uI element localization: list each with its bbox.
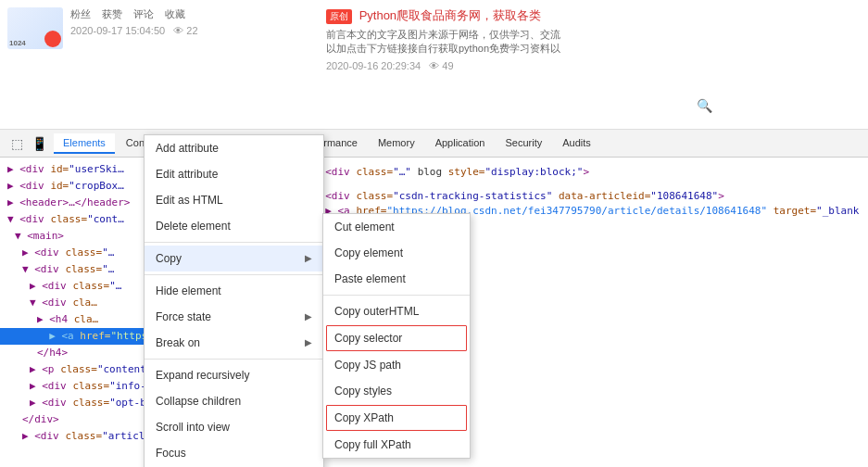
article-desc-1: 前言本文的文字及图片来源于网络，仅供学习、交流 bbox=[326, 28, 857, 42]
submenu-copy: Cut element Copy element Paste element C… bbox=[322, 213, 471, 459]
menu-item-force-state[interactable]: Force state ▶ bbox=[145, 304, 323, 330]
submenu-paste-element[interactable]: Paste element bbox=[323, 266, 470, 292]
submenu-copy-selector[interactable]: Copy selector bbox=[326, 325, 467, 351]
menu-item-delete-element[interactable]: Delete element bbox=[145, 213, 323, 239]
submenu-copy-js-path[interactable]: Copy JS path bbox=[323, 352, 470, 378]
code-line: ▶ <div class="…" blog style="display:blo… bbox=[313, 165, 861, 180]
website-right-panel: 原创 Python爬取食品商务网，获取各类 前言本文的文字及图片来源于网络，仅供… bbox=[315, 0, 868, 129]
article-date-1: 2020-09-17 15:04:50 👁 22 bbox=[70, 25, 198, 36]
context-menu: Add attribute Edit attribute Edit as HTM… bbox=[144, 134, 324, 467]
meta-fans: 粉丝 bbox=[70, 7, 91, 21]
submenu-arrow: ▶ bbox=[305, 334, 312, 351]
article-date-2: 2020-09-16 20:29:34 👁 49 bbox=[326, 60, 857, 71]
menu-item-edit-attribute[interactable]: Edit attribute bbox=[145, 161, 323, 187]
menu-item-edit-html[interactable]: Edit as HTML bbox=[145, 187, 323, 213]
submenu-copy-element[interactable]: Copy element bbox=[323, 240, 470, 266]
article-meta-tags: 粉丝 获赞 评论 收藏 bbox=[70, 7, 198, 21]
website-preview: 1024 粉丝 获赞 评论 收藏 2020-09-17 15:04:50 👁 2… bbox=[0, 0, 868, 130]
code-spacer bbox=[313, 180, 861, 189]
article-desc-2: 以加点击下方链接接自行获取python免费学习资料以 bbox=[326, 42, 857, 56]
submenu-arrow: ▶ bbox=[305, 250, 312, 267]
menu-divider bbox=[145, 359, 323, 360]
menu-item-focus[interactable]: Focus bbox=[145, 440, 323, 466]
menu-divider bbox=[323, 295, 470, 296]
submenu-copy-outerhtml[interactable]: Copy outerHTML bbox=[323, 298, 470, 324]
meta-collect: 收藏 bbox=[165, 7, 185, 21]
menu-divider bbox=[145, 242, 323, 243]
submenu-arrow: ▶ bbox=[305, 309, 312, 325]
tab-security[interactable]: Security bbox=[496, 133, 551, 154]
original-badge: 原创 bbox=[326, 9, 352, 24]
tab-application[interactable]: Application bbox=[426, 133, 495, 154]
menu-item-scroll-into-view[interactable]: Scroll into view bbox=[145, 414, 323, 440]
article-item-1: 1024 粉丝 获赞 评论 收藏 2020-09-17 15:04:50 👁 2… bbox=[7, 7, 308, 49]
tab-memory[interactable]: Memory bbox=[369, 133, 424, 154]
inspect-icon[interactable]: ⬚ bbox=[7, 134, 26, 153]
code-line: ▶ <div class="csdn-tracking-statistics" … bbox=[313, 189, 861, 204]
meta-likes: 获赞 bbox=[102, 7, 122, 21]
menu-divider bbox=[145, 274, 323, 275]
submenu-copy-xpath[interactable]: Copy XPath bbox=[326, 405, 467, 431]
device-icon[interactable]: 📱 bbox=[30, 134, 48, 153]
menu-item-collapse-children[interactable]: Collapse children bbox=[145, 388, 323, 414]
menu-item-add-attribute[interactable]: Add attribute bbox=[145, 135, 323, 161]
article-title: 原创 Python爬取食品商务网，获取各类 bbox=[326, 7, 857, 24]
submenu-copy-styles[interactable]: Copy styles bbox=[323, 378, 470, 404]
article-thumb-1: 1024 bbox=[7, 7, 63, 49]
tab-elements[interactable]: Elements bbox=[54, 133, 115, 154]
thumb-number: 1024 bbox=[9, 39, 26, 47]
website-left-panel: 1024 粉丝 获赞 评论 收藏 2020-09-17 15:04:50 👁 2… bbox=[0, 0, 315, 129]
menu-item-expand-recursively[interactable]: Expand recursively bbox=[145, 362, 323, 388]
article-meta-1: 粉丝 获赞 评论 收藏 2020-09-17 15:04:50 👁 22 bbox=[70, 7, 198, 36]
tab-audits[interactable]: Audits bbox=[553, 133, 600, 154]
search-icon[interactable]: 🔍 bbox=[693, 95, 715, 117]
submenu-cut-element[interactable]: Cut element bbox=[323, 214, 470, 240]
submenu-copy-full-xpath[interactable]: Copy full XPath bbox=[323, 432, 470, 458]
thumb-icon bbox=[44, 31, 61, 47]
devtools-tabs-bar: ⬚ 📱 Elements Console Sources Network Per… bbox=[0, 130, 868, 158]
menu-item-copy[interactable]: Copy ▶ bbox=[145, 246, 323, 271]
menu-item-break-on[interactable]: Break on ▶ bbox=[145, 330, 323, 356]
meta-comments: 评论 bbox=[133, 7, 154, 21]
menu-item-hide-element[interactable]: Hide element bbox=[145, 278, 323, 304]
